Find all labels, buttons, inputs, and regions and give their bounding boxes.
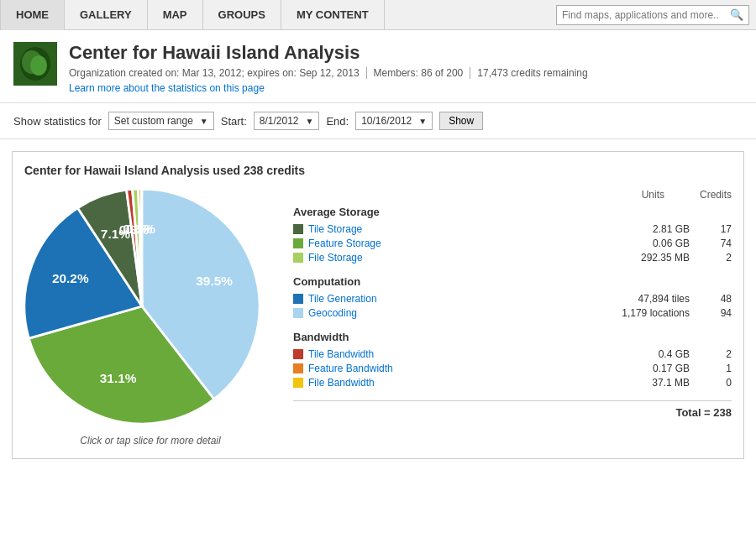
nav-home[interactable]: HOME [0,0,65,30]
svg-text:31.1%: 31.1% [100,371,137,385]
end-label: End: [326,115,349,128]
stat-credits-value: 74 [690,238,732,249]
learn-more-link[interactable]: Learn more about the statistics on this … [69,82,601,94]
main-nav: HOME GALLERY MAP GROUPS MY CONTENT 🔍 [0,0,756,30]
svg-text:20.2%: 20.2% [52,271,89,285]
stats-group-0: Average StorageTile Storage2.81 GB17Feat… [293,206,732,264]
stat-credits-value: 2 [690,348,732,360]
nav-groups[interactable]: GROUPS [203,0,281,30]
chart-body: 39.5%31.1%20.2%7.1%0.8%0.8%0.5% Click or… [24,189,732,447]
end-date-arrow-icon: ▼ [418,117,427,126]
stat-credits-value: 48 [690,293,732,305]
pie-chart[interactable]: 39.5%31.1%20.2%7.1%0.8%0.8%0.5% [24,189,260,424]
stat-units-value: 292.35 MB [606,252,690,264]
stats-groups: Average StorageTile Storage2.81 GB17Feat… [293,206,732,389]
nav-gallery[interactable]: GALLERY [65,0,148,30]
stats-label: Show statistics for [13,115,102,128]
end-date-value: 10/16/2012 [361,115,412,127]
color-indicator [293,238,303,248]
org-title: Center for Hawaii Island Analysis [69,42,601,64]
org-created: Organization created on: Mar 13, 2012; e… [69,67,367,79]
search-icon: 🔍 [725,8,748,21]
color-indicator [293,294,303,304]
color-indicator [293,253,303,263]
stat-name-link[interactable]: Geocoding [308,307,606,319]
stat-name-link[interactable]: File Storage [308,252,606,264]
col-units-header: Units [597,189,664,201]
stats-row: Geocoding1,179 locations94 [293,307,732,319]
org-members: Members: 86 of 200 [374,67,471,79]
stat-name-link[interactable]: Tile Bandwidth [308,348,606,360]
col-credits-header: Credits [664,189,732,201]
stats-group-1: ComputationTile Generation47,894 tiles48… [293,275,732,319]
stat-credits-value: 94 [690,307,732,319]
nav-my-content[interactable]: MY CONTENT [281,0,385,30]
stat-name-link[interactable]: Feature Bandwidth [308,363,606,374]
stats-group-title-1: Computation [293,275,732,288]
stats-row: Feature Bandwidth0.17 GB1 [293,363,732,374]
pie-caption: Click or tap slice for more detail [24,435,276,447]
stats-row: Tile Generation47,894 tiles48 [293,293,732,305]
search-input[interactable] [557,8,725,23]
color-indicator [293,308,303,318]
stats-group-title-0: Average Storage [293,206,732,218]
stats-row: Feature Storage0.06 GB74 [293,238,732,249]
stats-group-2: BandwidthTile Bandwidth0.4 GB2Feature Ba… [293,331,732,389]
org-credits: 17,473 credits remaining [477,67,594,79]
stat-name-link[interactable]: Tile Generation [308,293,606,305]
show-button[interactable]: Show [439,112,483,130]
stat-units-value: 0.4 GB [606,348,690,360]
stat-credits-value: 1 [690,363,732,374]
start-date-arrow-icon: ▼ [306,117,314,126]
page-header: Center for Hawaii Island Analysis Organi… [0,30,756,103]
stat-units-value: 2.81 GB [606,223,690,235]
stat-name-link[interactable]: Feature Storage [308,238,606,249]
org-logo [13,42,57,86]
pie-container: 39.5%31.1%20.2%7.1%0.8%0.8%0.5% Click or… [24,189,276,447]
stats-controls: Show statistics for Set custom range ▼ S… [0,103,756,139]
stats-row: Tile Bandwidth0.4 GB2 [293,348,732,360]
stats-header: Units Credits [293,189,732,201]
svg-point-3 [30,55,47,76]
color-indicator [293,349,303,359]
color-indicator [293,224,303,234]
stat-name-link[interactable]: File Bandwidth [308,377,606,389]
start-label: Start: [221,115,247,128]
stat-units-value: 0.17 GB [606,363,690,374]
stat-units-value: 37.1 MB [606,377,690,389]
stats-row: File Storage292.35 MB2 [293,252,732,264]
chart-title: Center for Hawaii Island Analysis used 2… [24,164,732,177]
svg-text:39.5%: 39.5% [196,274,233,288]
end-date-dropdown[interactable]: 10/16/2012 ▼ [355,112,433,130]
org-info: Center for Hawaii Island Analysis Organi… [69,42,601,94]
stat-units-value: 47,894 tiles [606,293,690,305]
stats-group-title-2: Bandwidth [293,331,732,343]
org-meta: Organization created on: Mar 13, 2012; e… [69,67,601,79]
range-arrow-icon: ▼ [200,117,208,126]
stat-units-value: 1,179 locations [606,307,690,319]
svg-text:0.5%: 0.5% [126,222,155,236]
range-dropdown[interactable]: Set custom range ▼ [108,112,214,130]
stat-credits-value: 17 [690,223,732,235]
range-label: Set custom range [114,115,193,127]
color-indicator [293,378,303,388]
stat-name-link[interactable]: Tile Storage [308,223,606,235]
nav-map[interactable]: MAP [148,0,203,30]
nav-search-box: 🔍 [556,5,749,25]
stats-panel: Units Credits Average StorageTile Storag… [293,189,732,419]
stat-credits-value: 0 [690,377,732,389]
stats-total: Total = 238 [293,400,732,419]
color-indicator [293,363,303,373]
stats-row: File Bandwidth37.1 MB0 [293,377,732,389]
stats-row: Tile Storage2.81 GB17 [293,223,732,235]
stat-credits-value: 2 [690,252,732,264]
start-date-value: 8/1/2012 [260,115,299,127]
chart-section: Center for Hawaii Island Analysis used 2… [12,151,744,459]
stat-units-value: 0.06 GB [606,238,690,249]
start-date-dropdown[interactable]: 8/1/2012 ▼ [254,112,320,130]
